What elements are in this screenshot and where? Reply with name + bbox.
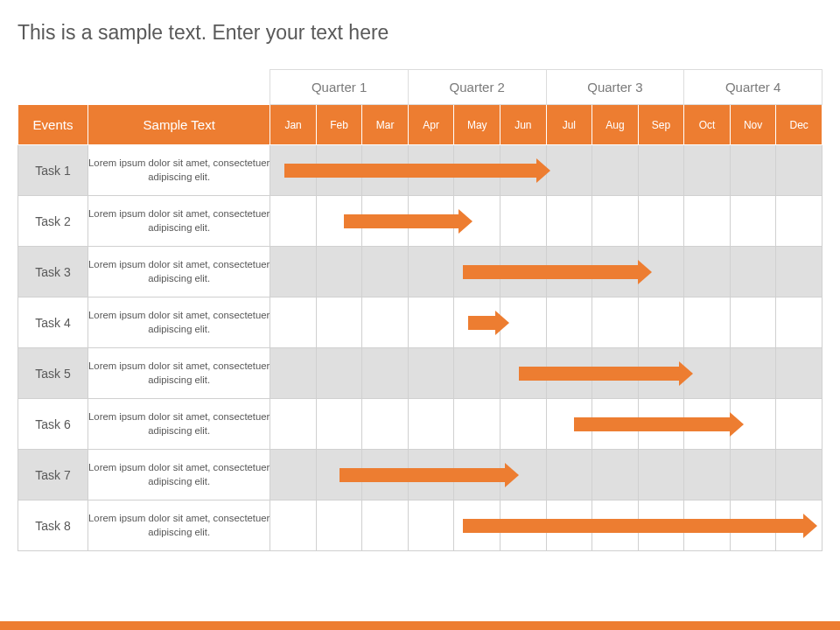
month-label: Feb — [316, 105, 362, 145]
task-name-cell: Task 8 — [18, 500, 88, 551]
gantt-cell — [500, 247, 547, 298]
table-row: Task 2Lorem ipsum dolor sit amet, consec… — [18, 196, 822, 247]
gantt-cell — [546, 500, 592, 551]
gantt-cell — [776, 247, 822, 298]
gantt-cell — [362, 196, 409, 247]
gantt-cell — [776, 450, 822, 500]
gantt-cell — [546, 348, 592, 399]
gantt-cell — [638, 145, 684, 196]
gantt-cell — [546, 450, 592, 500]
gantt-cell — [776, 500, 822, 551]
gantt-cell — [638, 196, 684, 247]
gantt-cell — [638, 500, 684, 551]
gantt-cell — [270, 145, 317, 196]
sample-text-header: Sample Text — [88, 105, 270, 145]
month-header-row: Events Sample Text Jan Feb Mar Apr May J… — [18, 105, 822, 145]
task-name-cell: Task 4 — [18, 298, 88, 348]
task-desc-cell: Lorem ipsum dolor sit amet, consectetuer… — [88, 450, 270, 500]
gantt-cell — [500, 399, 547, 450]
gantt-cell — [592, 145, 639, 196]
gantt-cell — [684, 298, 731, 348]
gantt-cell — [408, 450, 454, 500]
gantt-cell — [638, 348, 684, 399]
gantt-cell — [592, 247, 639, 298]
gantt-cell — [730, 348, 776, 399]
gantt-cell — [316, 450, 362, 500]
month-label: May — [454, 105, 500, 145]
gantt-cell — [270, 399, 317, 450]
gantt-cell — [684, 450, 731, 500]
month-label: Dec — [776, 105, 822, 145]
gantt-cell — [316, 348, 362, 399]
task-desc-cell: Lorem ipsum dolor sit amet, consectetuer… — [88, 196, 270, 247]
table-row: Task 5Lorem ipsum dolor sit amet, consec… — [18, 348, 822, 399]
gantt-cell — [454, 196, 500, 247]
gantt-cell — [592, 196, 639, 247]
gantt-cell — [362, 348, 409, 399]
task-name-cell: Task 2 — [18, 196, 88, 247]
gantt-cell — [730, 399, 776, 450]
gantt-cell — [500, 145, 547, 196]
quarter-label: Quarter 1 — [270, 70, 409, 105]
footer-accent-bar — [0, 621, 840, 630]
month-label: Jun — [500, 105, 547, 145]
gantt-cell — [454, 247, 500, 298]
gantt-cell — [500, 450, 547, 500]
events-header: Events — [18, 105, 88, 145]
month-label: Apr — [408, 105, 454, 145]
gantt-cell — [776, 196, 822, 247]
gantt-cell — [270, 500, 317, 551]
gantt-cell — [408, 348, 454, 399]
table-row: Task 4Lorem ipsum dolor sit amet, consec… — [18, 298, 822, 348]
table-row: Task 7Lorem ipsum dolor sit amet, consec… — [18, 450, 822, 500]
gantt-cell — [684, 348, 731, 399]
gantt-cell — [270, 247, 317, 298]
month-label: Nov — [730, 105, 776, 145]
gantt-cell — [776, 145, 822, 196]
gantt-cell — [270, 298, 317, 348]
task-name-cell: Task 5 — [18, 348, 88, 399]
month-label: Mar — [362, 105, 409, 145]
task-desc-cell: Lorem ipsum dolor sit amet, consectetuer… — [88, 500, 270, 551]
gantt-cell — [316, 145, 362, 196]
gantt-cell — [362, 298, 409, 348]
gantt-cell — [270, 196, 317, 247]
task-name-cell: Task 1 — [18, 145, 88, 196]
gantt-table: Quarter 1 Quarter 2 Quarter 3 Quarter 4 … — [18, 69, 822, 551]
task-name-cell: Task 6 — [18, 399, 88, 450]
month-label: Jul — [546, 105, 592, 145]
gantt-cell — [546, 399, 592, 450]
table-row: Task 6Lorem ipsum dolor sit amet, consec… — [18, 399, 822, 450]
gantt-cell — [730, 196, 776, 247]
gantt-cell — [316, 247, 362, 298]
gantt-cell — [592, 500, 639, 551]
gantt-cell — [362, 145, 409, 196]
gantt-cell — [684, 399, 731, 450]
gantt-cell — [408, 196, 454, 247]
gantt-cell — [592, 450, 639, 500]
gantt-cell — [730, 298, 776, 348]
month-label: Aug — [592, 105, 639, 145]
quarter-label: Quarter 4 — [684, 70, 822, 105]
gantt-cell — [362, 450, 409, 500]
gantt-cell — [546, 247, 592, 298]
task-desc-cell: Lorem ipsum dolor sit amet, consectetuer… — [88, 145, 270, 196]
task-desc-cell: Lorem ipsum dolor sit amet, consectetuer… — [88, 348, 270, 399]
gantt-cell — [362, 247, 409, 298]
gantt-cell — [546, 145, 592, 196]
gantt-cell — [408, 298, 454, 348]
month-label: Sep — [638, 105, 684, 145]
gantt-cell — [776, 348, 822, 399]
task-name-cell: Task 7 — [18, 450, 88, 500]
gantt-cell — [500, 196, 547, 247]
gantt-cell — [454, 298, 500, 348]
table-row: Task 1Lorem ipsum dolor sit amet, consec… — [18, 145, 822, 196]
gantt-cell — [500, 298, 547, 348]
gantt-cell — [592, 348, 639, 399]
gantt-cell — [546, 196, 592, 247]
table-row: Task 8Lorem ipsum dolor sit amet, consec… — [18, 500, 822, 551]
gantt-cell — [730, 247, 776, 298]
gantt-cell — [316, 298, 362, 348]
gantt-cell — [270, 450, 317, 500]
gantt-cell — [408, 247, 454, 298]
